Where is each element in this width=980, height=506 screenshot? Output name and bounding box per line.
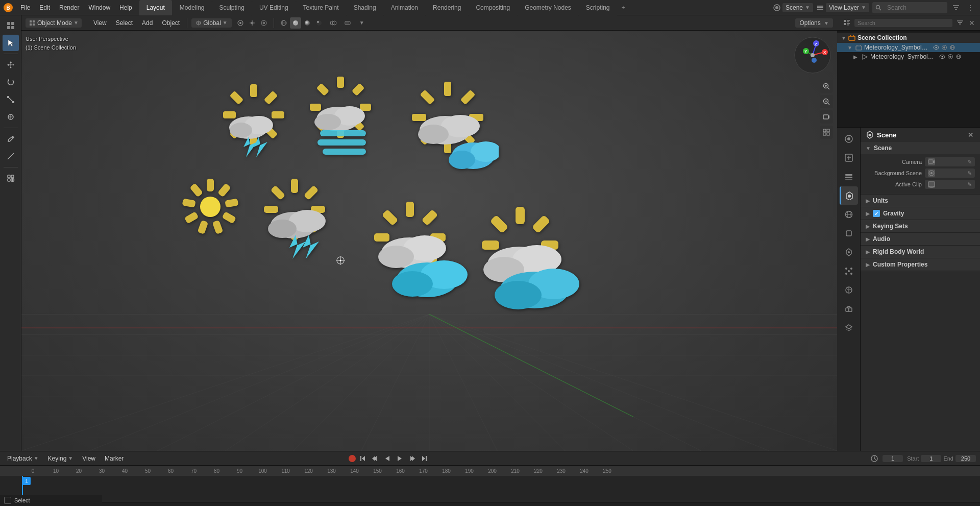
end-frame-input[interactable]: 250 <box>955 455 976 462</box>
rigid-body-arrow[interactable]: ▶ <box>866 249 870 255</box>
viewport-object-menu[interactable]: Object <box>159 18 183 28</box>
menu-edit[interactable]: Edit <box>35 3 54 13</box>
gravity-checkbox[interactable]: ✓ <box>873 210 880 217</box>
top-extra-icon[interactable]: ⋮ <box>965 2 976 13</box>
tab-compositing[interactable]: Compositing <box>469 0 517 15</box>
top-filter-icon[interactable] <box>950 2 962 13</box>
menu-render[interactable]: Render <box>55 3 83 13</box>
units-section-header[interactable]: ▶ Units <box>861 195 980 207</box>
viewport-extra-icon[interactable]: ▼ <box>356 17 368 29</box>
tab-uv-editing[interactable]: UV Editing <box>252 0 296 15</box>
toolbar-move-btn[interactable] <box>3 57 19 73</box>
item-0-extra[interactable] <box>949 44 956 51</box>
prop-tab-constraints[interactable] <box>840 300 858 318</box>
gravity-section-arrow[interactable]: ▶ <box>866 211 870 216</box>
top-search-input[interactable] <box>883 3 944 12</box>
toolbar-rotate-btn[interactable] <box>3 74 19 90</box>
outliner-search-input[interactable] <box>854 19 952 27</box>
keying-sets-header[interactable]: ▶ Keying Sets <box>861 220 980 232</box>
tab-shading[interactable]: Shading <box>347 0 383 15</box>
material-preview-btn[interactable] <box>302 17 313 29</box>
grid-view-btn[interactable] <box>820 126 833 139</box>
camera-view-btn[interactable] <box>820 110 833 124</box>
item-1-extra[interactable] <box>955 53 962 60</box>
camera-edit-btn[interactable]: ✎ <box>967 159 972 165</box>
prop-tab-world[interactable] <box>840 205 858 224</box>
toolbar-transform-btn[interactable] <box>3 109 19 125</box>
viewport-canvas[interactable]: User Perspective (1) Scene Collection Z … <box>21 31 837 451</box>
object-mode-selector[interactable]: Object Mode ▼ <box>26 18 82 28</box>
playback-menu[interactable]: Playback ▼ <box>4 454 42 463</box>
prop-tab-view-layer[interactable] <box>840 167 858 186</box>
viewport-select-menu[interactable]: Select <box>113 18 136 28</box>
snap-icon[interactable] <box>247 17 258 29</box>
bg-scene-edit-btn[interactable]: ✎ <box>967 170 972 177</box>
bg-scene-value[interactable]: ✎ <box>925 168 975 178</box>
tab-scripting[interactable]: Scripting <box>579 0 617 15</box>
outliner-item-0[interactable]: ▼ Meteorology_Symbols_with_S <box>837 43 980 52</box>
timeline-view-menu[interactable]: View <box>79 454 99 463</box>
scene-collection-header[interactable]: ▼ Scene Collection <box>837 33 980 43</box>
active-clip-value[interactable]: ✎ <box>925 180 975 189</box>
item-1-expand[interactable]: ▶ <box>853 54 860 60</box>
outliner-filter-btn[interactable] <box>954 17 966 29</box>
prop-tab-physics[interactable] <box>840 281 858 299</box>
toolbar-add-btn[interactable] <box>3 170 19 186</box>
toolbar-annotate-btn[interactable] <box>3 131 19 147</box>
jump-start-btn[interactable] <box>358 453 368 464</box>
tab-geometry-nodes[interactable]: Geometry Nodes <box>518 0 578 15</box>
prop-tab-output[interactable] <box>840 149 858 167</box>
tab-sculpting[interactable]: Sculpting <box>212 0 252 15</box>
active-clip-edit-btn[interactable]: ✎ <box>967 181 972 188</box>
viewport-add-menu[interactable]: Add <box>139 18 156 28</box>
custom-props-arrow[interactable]: ▶ <box>866 262 870 268</box>
audio-section-header[interactable]: ▶ Audio <box>861 233 980 245</box>
rigid-body-header[interactable]: ▶ Rigid Body World <box>861 246 980 258</box>
step-back-btn[interactable] <box>370 453 380 464</box>
item-0-expand[interactable]: ▼ <box>847 45 853 51</box>
prop-tab-modifier[interactable] <box>840 243 858 261</box>
outliner-close-btn[interactable]: ✕ <box>968 19 976 27</box>
zoom-out-btn[interactable] <box>820 95 833 108</box>
item-1-visibility[interactable] <box>939 53 946 60</box>
view-layer-selector[interactable]: View Layer ▼ <box>826 3 869 12</box>
scene-section-arrow[interactable]: ▼ <box>866 146 871 151</box>
toolbar-cursor-btn[interactable] <box>3 35 19 51</box>
prop-tab-render[interactable] <box>840 130 858 148</box>
tab-layout[interactable]: Layout <box>139 0 172 15</box>
keying-sets-arrow[interactable]: ▶ <box>866 224 870 229</box>
custom-props-header[interactable]: ▶ Custom Properties <box>861 258 980 271</box>
timeline-ruler[interactable]: 0 10 20 30 40 50 60 70 80 90 100 110 120… <box>0 466 980 502</box>
zoom-in-btn[interactable] <box>820 80 833 93</box>
outliner-item-1[interactable]: ▶ Meteorology_Symbols_w <box>837 52 980 61</box>
tab-rendering[interactable]: Rendering <box>426 0 468 15</box>
units-section-arrow[interactable]: ▶ <box>866 198 870 204</box>
tab-texture-paint[interactable]: Texture Paint <box>296 0 346 15</box>
tab-modeling[interactable]: Modeling <box>173 0 212 15</box>
navigation-gizmo[interactable]: Z X Y <box>792 35 833 76</box>
prop-tab-object-data[interactable] <box>840 319 858 337</box>
item-0-render[interactable] <box>941 44 948 51</box>
scene-section-header[interactable]: ▼ Scene <box>861 142 980 154</box>
prop-tab-scene[interactable] <box>840 186 858 205</box>
play-forward-btn[interactable] <box>395 453 405 464</box>
prop-tab-particles[interactable] <box>840 262 858 280</box>
toolbar-mode-icon[interactable] <box>3 17 19 34</box>
rendered-btn[interactable] <box>313 17 325 29</box>
scene-selector[interactable]: Scene ▼ <box>782 3 813 12</box>
wireframe-btn[interactable] <box>278 17 289 29</box>
menu-file[interactable]: File <box>16 3 34 13</box>
scene-props-close[interactable]: ✕ <box>968 131 975 138</box>
overlay-btn[interactable] <box>328 17 339 29</box>
play-reverse-btn[interactable] <box>382 453 393 464</box>
viewport-options-btn[interactable]: Options ▼ <box>795 18 833 28</box>
current-frame-input[interactable]: 1 <box>883 455 903 462</box>
audio-section-arrow[interactable]: ▶ <box>866 236 870 242</box>
outliner-view-icon[interactable] <box>841 17 852 29</box>
solid-btn[interactable] <box>290 17 301 29</box>
item-1-render[interactable] <box>947 53 954 60</box>
proportional-edit-icon[interactable] <box>258 17 270 29</box>
jump-end-btn[interactable] <box>419 453 429 464</box>
toolbar-measure-btn[interactable] <box>3 148 19 164</box>
item-0-visibility[interactable] <box>933 44 940 51</box>
